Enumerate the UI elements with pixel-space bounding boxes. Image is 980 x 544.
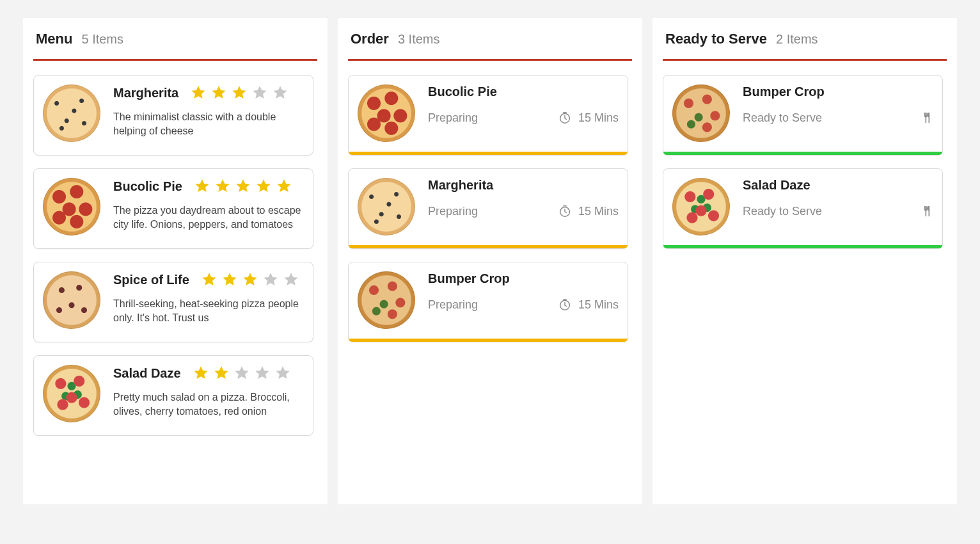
menu-card[interactable]: Spice of Life Thrill-seeking, heat-seeki… [33,262,313,342]
clock-icon [558,204,572,218]
progress-bar [663,245,942,248]
menu-card[interactable]: Salad Daze Pretty much salad on a pizza.… [33,355,313,436]
serve-icon-box [921,204,933,218]
pizza-image [43,84,100,142]
card-body: Bucolic Pie Preparing 15 Mins [428,84,619,151]
column-count: 5 Items [81,32,123,47]
rating-stars[interactable] [201,271,299,288]
item-description: The minimalist classic with a double hel… [113,110,304,138]
star-icon[interactable] [276,178,292,195]
item-title: Salad Daze [113,366,181,381]
status-row: Ready to Serve [743,204,933,218]
order-card[interactable]: Margherita Preparing 15 Mins [348,168,628,249]
card-body: Salad Daze Pretty much salad on a pizza.… [113,365,304,426]
column-count: 3 Items [398,32,440,47]
column-title: Menu [36,31,72,47]
progress-bar [349,245,628,248]
star-icon[interactable] [251,84,268,101]
star-icon[interactable] [231,84,248,101]
clock-icon [558,111,572,125]
star-icon[interactable] [214,178,231,195]
progress-bar [349,339,628,342]
ready-card[interactable]: Bumper Crop Ready to Serve [663,75,943,156]
time-box: 15 Mins [558,204,619,218]
menu-card[interactable]: Bucolic Pie The pizza you daydream about… [33,168,313,249]
serve-icon-box [921,111,933,125]
star-icon[interactable] [190,84,207,101]
star-icon[interactable] [283,271,299,288]
order-card[interactable]: Bumper Crop Preparing 15 Mins [348,262,628,342]
star-icon[interactable] [262,271,279,288]
star-icon[interactable] [193,365,209,381]
star-icon[interactable] [233,365,250,381]
pizza-image [358,178,415,236]
star-icon[interactable] [255,178,272,195]
card-body: Bucolic Pie The pizza you daydream about… [113,178,304,239]
star-icon[interactable] [221,271,238,288]
star-icon[interactable] [274,365,291,381]
item-title: Bucolic Pie [113,179,182,194]
item-description: The pizza you daydream about to escape c… [113,204,304,231]
title-row: Salad Daze [113,365,304,381]
column-title: Ready to Serve [665,31,767,47]
column-header-menu: Menu 5 Items [33,28,317,61]
item-title: Bumper Crop [743,84,933,99]
item-title: Salad Daze [743,178,933,193]
column-title: Order [351,31,389,47]
time-label: 15 Mins [578,298,619,312]
rating-stars[interactable] [190,84,288,101]
utensils-icon [921,204,933,218]
menu-card-list[interactable]: Margherita The minimalist classic with a… [33,75,317,436]
pizza-image [43,178,100,236]
status-text: Preparing [428,205,478,218]
rating-stars[interactable] [194,178,292,195]
column-order: Order 3 Items Bucolic Pie Preparing 15 M… [338,18,642,504]
star-icon[interactable] [210,84,227,101]
card-body: Margherita The minimalist classic with a… [113,84,304,146]
card-body: Bumper Crop Ready to Serve [743,84,933,151]
status-text: Ready to Serve [743,205,822,218]
item-title: Spice of Life [113,273,189,287]
star-icon[interactable] [201,271,217,288]
card-body: Spice of Life Thrill-seeking, heat-seeki… [113,271,304,333]
status-row: Preparing 15 Mins [428,204,619,218]
title-row: Spice of Life [113,271,304,288]
order-card-list[interactable]: Bucolic Pie Preparing 15 Mins Margherita… [348,75,632,342]
time-label: 15 Mins [578,205,619,218]
kanban-board: Menu 5 Items Margherita The minimalist c… [0,0,980,527]
status-row: Preparing 15 Mins [428,298,619,312]
pizza-image [43,271,100,329]
pizza-image [358,84,415,142]
item-title: Margherita [428,178,619,193]
card-body: Bumper Crop Preparing 15 Mins [428,271,619,338]
ready-card-list[interactable]: Bumper Crop Ready to Serve Salad Daze Re… [663,75,947,249]
pizza-image [358,271,415,329]
ready-card[interactable]: Salad Daze Ready to Serve [663,168,943,249]
status-text: Preparing [428,111,478,125]
time-label: 15 Mins [578,111,619,125]
star-icon[interactable] [213,365,230,381]
utensils-icon [921,111,933,125]
time-box: 15 Mins [558,298,619,312]
time-box: 15 Mins [558,111,619,125]
menu-card[interactable]: Margherita The minimalist classic with a… [33,75,313,156]
star-icon[interactable] [235,178,251,195]
star-icon[interactable] [242,271,258,288]
rating-stars[interactable] [193,365,291,381]
pizza-image [672,178,730,236]
star-icon[interactable] [194,178,210,195]
card-body: Margherita Preparing 15 Mins [428,178,619,244]
pizza-image [672,84,730,142]
status-row: Ready to Serve [743,111,933,125]
clock-icon [558,298,572,312]
column-ready: Ready to Serve 2 Items Bumper Crop Ready… [652,18,957,504]
item-description: Thrill-seeking, heat-seeking pizza peopl… [113,297,304,324]
star-icon[interactable] [272,84,288,101]
card-body: Salad Daze Ready to Serve [743,178,933,244]
star-icon[interactable] [254,365,271,381]
item-title: Margherita [113,86,178,100]
title-row: Bucolic Pie [113,178,304,195]
item-title: Bumper Crop [428,271,619,286]
order-card[interactable]: Bucolic Pie Preparing 15 Mins [348,75,628,156]
status-text: Ready to Serve [743,111,822,125]
